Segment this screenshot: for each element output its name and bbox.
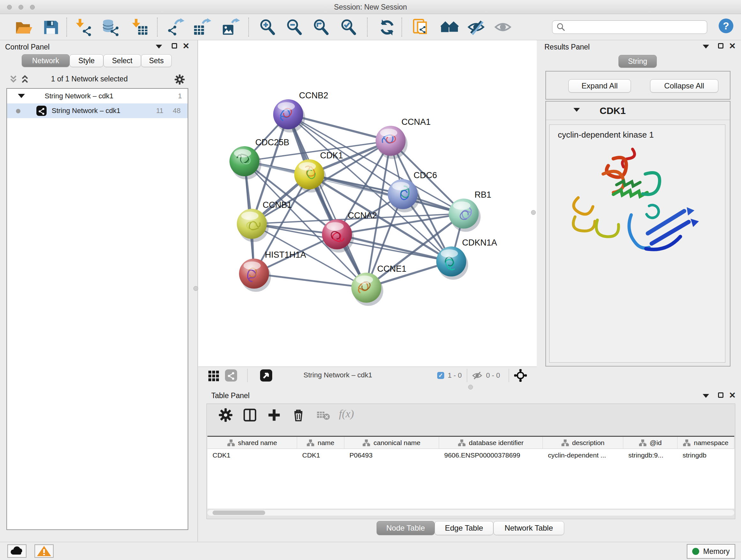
zoom-in-button[interactable] xyxy=(259,18,277,37)
right-splitter-handle[interactable] xyxy=(531,210,536,215)
table-cell[interactable]: stringdb:9... xyxy=(623,449,677,462)
pan-crosshair-icon[interactable] xyxy=(514,369,527,382)
tab-edge-table[interactable]: Edge Table xyxy=(434,521,493,535)
import-network-from-database-button[interactable] xyxy=(102,18,120,37)
save-session-button[interactable] xyxy=(42,18,60,37)
first-neighbors-button[interactable] xyxy=(441,18,459,37)
table-horizontal-scrollbar[interactable] xyxy=(207,510,734,516)
table-cell[interactable]: stringdb xyxy=(677,449,734,462)
houses-icon xyxy=(441,18,459,37)
panel-menu-icon[interactable] xyxy=(703,394,709,398)
search-input[interactable] xyxy=(568,23,707,32)
hidden-counter: 0 - 0 xyxy=(486,371,500,380)
scrollbar-thumb[interactable] xyxy=(212,510,265,515)
panel-menu-icon[interactable] xyxy=(156,45,162,49)
edge-CDK1-RB1[interactable] xyxy=(309,174,464,213)
hidden-items-eye-slash-icon[interactable] xyxy=(472,370,483,381)
tab-style[interactable]: Style xyxy=(70,54,104,67)
add-column-icon[interactable] xyxy=(267,408,281,422)
collection-expand-arrow[interactable] xyxy=(18,94,25,98)
control-panel-title: Control Panel xyxy=(5,43,50,51)
panel-close-icon[interactable]: ✕ xyxy=(183,42,190,50)
open-in-new-window-icon[interactable] xyxy=(260,369,272,381)
network-graph[interactable]: CCNB2CCNA1CDC25BCDK1CDC6RB1CCNB1CCNA2CDK… xyxy=(198,40,537,367)
export-network-button[interactable] xyxy=(166,18,185,37)
search-field[interactable] xyxy=(552,20,707,34)
delete-table-icon[interactable] xyxy=(316,408,331,422)
network-share-badge-icon[interactable] xyxy=(225,369,237,381)
delete-column-icon[interactable] xyxy=(291,408,306,422)
cloud-status-button[interactable] xyxy=(7,544,26,558)
column-header--id[interactable]: @id xyxy=(623,437,677,449)
import-network-from-file-button[interactable] xyxy=(74,18,92,37)
eye-slash-icon xyxy=(467,18,486,37)
column-header-description[interactable]: description xyxy=(543,437,623,449)
collapse-all-button[interactable]: Collapse All xyxy=(650,79,718,92)
tab-sets[interactable]: Sets xyxy=(141,54,172,67)
node-CDC6[interactable]: CDC6 xyxy=(388,171,437,212)
help-button[interactable]: ? xyxy=(719,18,733,33)
table-options-gear-icon[interactable] xyxy=(218,408,233,422)
zoom-fit-button[interactable] xyxy=(312,18,331,37)
memory-button[interactable]: Memory xyxy=(687,544,735,559)
zoom-in-icon xyxy=(259,18,277,37)
memory-status-dot xyxy=(692,548,699,555)
export-table-button[interactable] xyxy=(193,18,211,37)
panel-float-icon[interactable] xyxy=(718,43,724,49)
node-CDK1[interactable]: CDK1 xyxy=(294,151,343,192)
function-builder-icon[interactable]: f(x) xyxy=(339,408,354,420)
table-cell[interactable]: CDK1 xyxy=(297,449,344,462)
node-CCNB2[interactable]: CCNB2 xyxy=(273,91,328,132)
panel-float-icon[interactable] xyxy=(172,43,177,49)
birdseye-grid-icon[interactable] xyxy=(208,370,219,382)
tab-string[interactable]: String xyxy=(618,55,657,68)
table-cell[interactable]: CDK1 xyxy=(207,449,297,462)
node-RB1[interactable]: RB1 xyxy=(449,190,491,232)
tab-node-table[interactable]: Node Table xyxy=(377,521,434,535)
create-network-from-selection-button[interactable] xyxy=(412,18,431,37)
column-type-icon xyxy=(683,439,690,446)
entry-header[interactable]: CDK1 xyxy=(546,102,730,120)
network-collection-row[interactable]: String Network – cdk1 1 xyxy=(7,89,188,104)
open-file-button[interactable] xyxy=(14,18,32,37)
column-header-shared-name[interactable]: shared name xyxy=(207,437,297,449)
table-cell[interactable]: P06493 xyxy=(344,449,439,462)
show-hide-button[interactable] xyxy=(467,18,486,37)
network-view[interactable]: CCNB2CCNA1CDC25BCDK1CDC6RB1CCNB1CCNA2CDK… xyxy=(198,40,537,367)
network-row[interactable]: String Network – cdk1 11 48 xyxy=(7,104,188,118)
warnings-button[interactable] xyxy=(35,544,54,558)
panel-close-icon[interactable]: ✕ xyxy=(729,391,736,399)
tab-network-table[interactable]: Network Table xyxy=(493,521,564,535)
node-CCNE1[interactable]: CCNE1 xyxy=(351,264,407,306)
tab-select[interactable]: Select xyxy=(104,54,141,67)
column-header-canonical-name[interactable]: canonical name xyxy=(344,437,439,449)
panel-float-icon[interactable] xyxy=(718,392,724,398)
eye-button[interactable] xyxy=(494,18,513,37)
node-CDKN1A[interactable]: CDKN1A xyxy=(436,238,497,280)
panel-close-icon[interactable]: ✕ xyxy=(729,42,736,50)
refresh-view-button[interactable] xyxy=(378,18,396,37)
application-window: Session: New Session xyxy=(0,0,741,560)
node-HIST1H1A[interactable]: HIST1H1A xyxy=(239,250,306,292)
node-CCNA1[interactable]: CCNA1 xyxy=(376,117,431,159)
network-options-gear-icon[interactable] xyxy=(174,74,185,85)
panel-menu-icon[interactable] xyxy=(703,45,709,49)
expand-all-button[interactable]: Expand All xyxy=(568,79,631,92)
column-header-namespace[interactable]: namespace xyxy=(677,437,734,449)
left-splitter-handle[interactable] xyxy=(193,286,198,291)
zoom-selected-button[interactable] xyxy=(340,18,358,37)
export-image-button[interactable] xyxy=(221,18,240,37)
import-table-from-file-button[interactable] xyxy=(130,18,149,37)
entry-collapse-arrow[interactable] xyxy=(574,108,580,112)
show-columns-icon[interactable] xyxy=(243,408,257,422)
column-header-database-identifier[interactable]: database identifier xyxy=(439,437,543,449)
column-header-name[interactable]: name xyxy=(297,437,344,449)
selected-items-checkbox[interactable]: ✓ xyxy=(437,372,444,379)
network-selection-status: 1 of 1 Network selected xyxy=(0,75,179,83)
table-cell[interactable]: 9606.ENSP00000378699 xyxy=(439,449,543,462)
table-cell[interactable]: cyclin-dependent ... xyxy=(543,449,623,462)
zoom-out-button[interactable] xyxy=(285,18,304,37)
tab-network[interactable]: Network xyxy=(22,54,70,67)
toolbar-divider xyxy=(367,17,367,37)
table-row[interactable]: CDK1CDK1P064939606.ENSP00000378699cyclin… xyxy=(207,449,734,462)
